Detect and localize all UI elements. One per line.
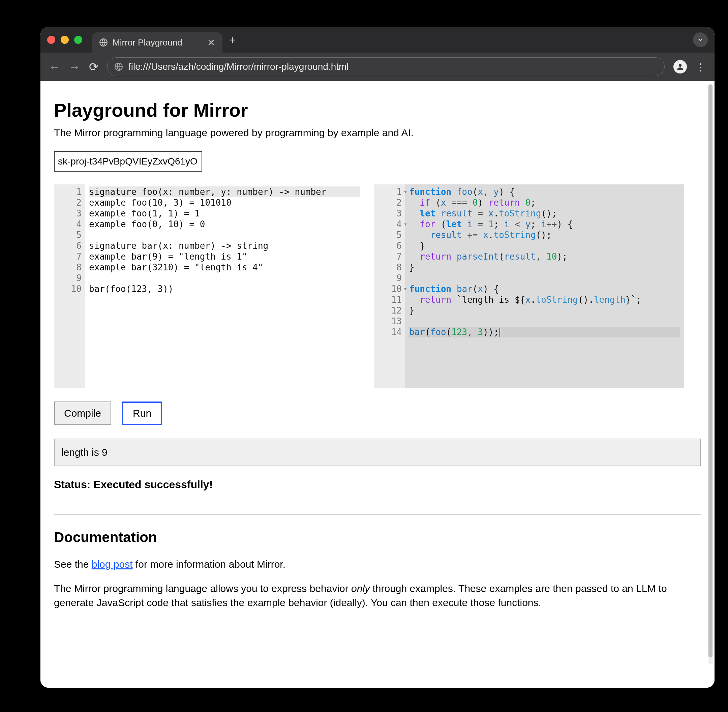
mirror-source-editor[interactable]: 12345678910 signature foo(x: number, y: … [54,184,364,388]
divider [54,515,701,515]
window-controls [47,36,82,44]
tab-title: Mirror Playground [113,37,182,48]
close-tab-icon[interactable]: ✕ [207,37,215,48]
docs-paragraph-2: The Mirror programming language allows y… [54,581,701,610]
reload-button[interactable]: ⟳ [89,60,98,74]
forward-button[interactable]: → [69,60,80,74]
editors-row: 12345678910 signature foo(x: number, y: … [54,184,701,388]
browser-window: Mirror Playground ✕ + ← → ⟳ file:///User… [40,27,715,688]
scrollbar-thumb[interactable] [709,84,713,657]
svg-point-2 [679,64,682,67]
page-title: Playground for Mirror [54,99,701,121]
close-window-icon[interactable] [47,36,55,44]
globe-icon [99,38,108,47]
vertical-scrollbar[interactable] [708,84,713,664]
url-text: file:///Users/azh/coding/Mirror/mirror-p… [128,61,349,72]
new-tab-button[interactable]: + [229,33,236,46]
page-content: Playground for Mirror The Mirror program… [40,81,715,688]
docs-line-1: See the blog post for more information a… [54,557,701,571]
page-subtitle: The Mirror programming language powered … [54,127,701,139]
url-bar[interactable]: file:///Users/azh/coding/Mirror/mirror-p… [107,57,665,76]
action-buttons: Compile Run [54,402,701,425]
browser-menu-button[interactable]: ⋮ [695,61,706,73]
generated-js-editor[interactable]: 1234567891011121314 function foo(x, y) {… [374,184,684,388]
editor-code[interactable]: signature foo(x: number, y: number) -> n… [85,184,364,388]
titlebar: Mirror Playground ✕ + [40,27,715,53]
back-button[interactable]: ← [49,60,60,74]
globe-icon [114,62,123,71]
minimize-window-icon[interactable] [61,36,69,44]
maximize-window-icon[interactable] [74,36,82,44]
status-text: Status: Executed successfully! [54,478,701,491]
blog-post-link[interactable]: blog post [92,559,133,570]
editor-code[interactable]: function foo(x, y) { if (x === 0) return… [405,184,684,388]
compile-button[interactable]: Compile [54,402,111,425]
tabs-overflow-button[interactable] [693,33,708,47]
browser-tab[interactable]: Mirror Playground ✕ [92,33,222,53]
editor-gutter: 12345678910 [54,184,85,388]
docs-heading: Documentation [54,529,701,546]
output-box: length is 9 [54,439,701,466]
editor-gutter: 1234567891011121314 [374,184,405,388]
profile-button[interactable] [673,60,687,74]
user-icon [676,62,685,71]
api-key-input[interactable] [54,151,202,172]
run-button[interactable]: Run [122,402,162,425]
chevron-down-icon [697,36,704,43]
browser-toolbar: ← → ⟳ file:///Users/azh/coding/Mirror/mi… [40,53,715,81]
